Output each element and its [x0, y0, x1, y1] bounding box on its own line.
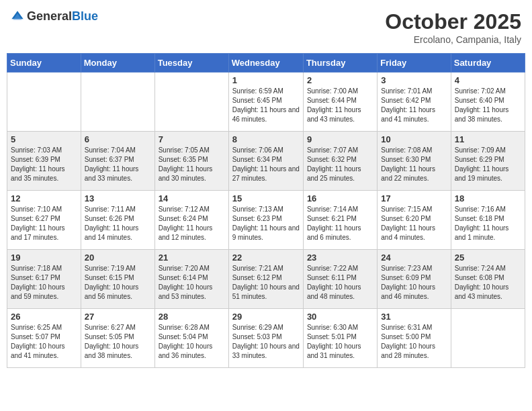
calendar-cell: 9Sunrise: 7:07 AM Sunset: 6:32 PM Daylig… — [303, 132, 377, 191]
calendar-cell: 20Sunrise: 7:19 AM Sunset: 6:15 PM Dayli… — [81, 250, 154, 309]
calendar-cell: 22Sunrise: 7:21 AM Sunset: 6:12 PM Dayli… — [228, 250, 303, 309]
day-info: Sunrise: 7:15 AM Sunset: 6:20 PM Dayligh… — [381, 205, 447, 242]
day-info: Sunrise: 7:24 AM Sunset: 6:08 PM Dayligh… — [455, 264, 521, 302]
calendar-cell: 23Sunrise: 7:22 AM Sunset: 6:11 PM Dayli… — [303, 250, 377, 309]
calendar-cell: 17Sunrise: 7:15 AM Sunset: 6:20 PM Dayli… — [378, 191, 451, 250]
day-header-tuesday: Tuesday — [154, 54, 228, 73]
title-block: October 2025 Ercolano, Campania, Italy — [385, 9, 521, 45]
day-header-wednesday: Wednesday — [228, 54, 303, 73]
calendar-week-row: 1Sunrise: 6:59 AM Sunset: 6:45 PM Daylig… — [7, 73, 525, 132]
day-number: 5 — [11, 134, 77, 144]
day-number: 17 — [381, 193, 447, 203]
calendar-week-row: 26Sunrise: 6:25 AM Sunset: 5:07 PM Dayli… — [7, 309, 525, 368]
calendar-week-row: 19Sunrise: 7:18 AM Sunset: 6:17 PM Dayli… — [7, 250, 525, 309]
day-number: 31 — [381, 312, 447, 322]
month-year: October 2025 — [385, 9, 521, 34]
calendar-cell: 27Sunrise: 6:27 AM Sunset: 5:05 PM Dayli… — [81, 309, 154, 368]
calendar-cell: 2Sunrise: 7:00 AM Sunset: 6:44 PM Daylig… — [303, 73, 377, 132]
day-info: Sunrise: 7:19 AM Sunset: 6:15 PM Dayligh… — [85, 264, 151, 302]
logo-blue: Blue — [72, 9, 98, 23]
calendar-cell: 11Sunrise: 7:09 AM Sunset: 6:29 PM Dayli… — [451, 132, 525, 191]
calendar-header-row: SundayMondayTuesdayWednesdayThursdayFrid… — [7, 54, 525, 73]
location: Ercolano, Campania, Italy — [385, 34, 521, 45]
logo-icon — [11, 10, 24, 24]
calendar-cell: 8Sunrise: 7:06 AM Sunset: 6:34 PM Daylig… — [228, 132, 303, 191]
day-info: Sunrise: 7:04 AM Sunset: 6:37 PM Dayligh… — [85, 146, 151, 183]
day-header-thursday: Thursday — [303, 54, 377, 73]
day-number: 21 — [159, 253, 225, 263]
day-number: 25 — [455, 253, 521, 263]
calendar-cell — [154, 73, 228, 132]
day-info: Sunrise: 7:06 AM Sunset: 6:34 PM Dayligh… — [232, 146, 300, 183]
day-info: Sunrise: 7:05 AM Sunset: 6:35 PM Dayligh… — [159, 146, 225, 183]
day-info: Sunrise: 7:10 AM Sunset: 6:27 PM Dayligh… — [11, 205, 77, 242]
day-number: 13 — [85, 193, 151, 203]
logo: GeneralBlue — [11, 9, 98, 24]
day-number: 10 — [381, 134, 447, 144]
day-header-sunday: Sunday — [7, 54, 81, 73]
calendar-cell: 6Sunrise: 7:04 AM Sunset: 6:37 PM Daylig… — [81, 132, 154, 191]
day-number: 28 — [159, 312, 225, 322]
calendar-cell: 3Sunrise: 7:01 AM Sunset: 6:42 PM Daylig… — [378, 73, 451, 132]
day-number: 16 — [307, 193, 373, 203]
day-number: 18 — [455, 193, 521, 203]
calendar-cell: 21Sunrise: 7:20 AM Sunset: 6:14 PM Dayli… — [154, 250, 228, 309]
day-header-monday: Monday — [81, 54, 154, 73]
calendar-cell: 24Sunrise: 7:23 AM Sunset: 6:09 PM Dayli… — [378, 250, 451, 309]
day-info: Sunrise: 7:22 AM Sunset: 6:11 PM Dayligh… — [307, 264, 373, 302]
day-header-saturday: Saturday — [451, 54, 525, 73]
calendar-cell — [81, 73, 154, 132]
calendar-cell: 10Sunrise: 7:08 AM Sunset: 6:30 PM Dayli… — [378, 132, 451, 191]
calendar-cell: 12Sunrise: 7:10 AM Sunset: 6:27 PM Dayli… — [7, 191, 81, 250]
calendar-cell: 19Sunrise: 7:18 AM Sunset: 6:17 PM Dayli… — [7, 250, 81, 309]
day-info: Sunrise: 7:18 AM Sunset: 6:17 PM Dayligh… — [11, 264, 77, 302]
day-number: 27 — [85, 312, 151, 322]
day-number: 20 — [85, 253, 151, 263]
day-info: Sunrise: 6:29 AM Sunset: 5:03 PM Dayligh… — [232, 323, 300, 361]
day-number: 14 — [159, 193, 225, 203]
calendar-cell: 30Sunrise: 6:30 AM Sunset: 5:01 PM Dayli… — [303, 309, 377, 368]
day-number: 8 — [232, 134, 300, 144]
day-info: Sunrise: 7:03 AM Sunset: 6:39 PM Dayligh… — [11, 146, 77, 183]
page-header: GeneralBlue October 2025 Ercolano, Campa… — [7, 7, 525, 48]
day-number: 3 — [381, 75, 447, 85]
calendar-cell — [7, 73, 81, 132]
day-number: 23 — [307, 253, 373, 263]
day-number: 12 — [11, 193, 77, 203]
calendar-cell: 1Sunrise: 6:59 AM Sunset: 6:45 PM Daylig… — [228, 73, 303, 132]
day-info: Sunrise: 7:01 AM Sunset: 6:42 PM Dayligh… — [381, 87, 447, 124]
day-info: Sunrise: 7:13 AM Sunset: 6:23 PM Dayligh… — [232, 205, 300, 242]
day-info: Sunrise: 7:11 AM Sunset: 6:26 PM Dayligh… — [85, 205, 151, 242]
day-number: 9 — [307, 134, 373, 144]
calendar-cell: 5Sunrise: 7:03 AM Sunset: 6:39 PM Daylig… — [7, 132, 81, 191]
logo-general: General — [27, 9, 72, 23]
day-number: 6 — [85, 134, 151, 144]
day-number: 11 — [455, 134, 521, 144]
day-number: 4 — [455, 75, 521, 85]
calendar-table: SundayMondayTuesdayWednesdayThursdayFrid… — [7, 53, 525, 368]
calendar-cell: 4Sunrise: 7:02 AM Sunset: 6:40 PM Daylig… — [451, 73, 525, 132]
calendar-cell — [451, 309, 525, 368]
day-info: Sunrise: 7:08 AM Sunset: 6:30 PM Dayligh… — [381, 146, 447, 183]
day-info: Sunrise: 7:02 AM Sunset: 6:40 PM Dayligh… — [455, 87, 521, 124]
calendar-cell: 26Sunrise: 6:25 AM Sunset: 5:07 PM Dayli… — [7, 309, 81, 368]
day-number: 15 — [232, 193, 300, 203]
day-number: 2 — [307, 75, 373, 85]
calendar-cell: 16Sunrise: 7:14 AM Sunset: 6:21 PM Dayli… — [303, 191, 377, 250]
day-info: Sunrise: 6:31 AM Sunset: 5:00 PM Dayligh… — [381, 323, 447, 361]
day-number: 19 — [11, 253, 77, 263]
day-info: Sunrise: 6:27 AM Sunset: 5:05 PM Dayligh… — [85, 323, 151, 361]
day-info: Sunrise: 7:09 AM Sunset: 6:29 PM Dayligh… — [455, 146, 521, 183]
day-number: 29 — [232, 312, 300, 322]
calendar-cell: 29Sunrise: 6:29 AM Sunset: 5:03 PM Dayli… — [228, 309, 303, 368]
day-info: Sunrise: 6:25 AM Sunset: 5:07 PM Dayligh… — [11, 323, 77, 361]
day-info: Sunrise: 7:23 AM Sunset: 6:09 PM Dayligh… — [381, 264, 447, 302]
calendar-cell: 31Sunrise: 6:31 AM Sunset: 5:00 PM Dayli… — [378, 309, 451, 368]
day-header-friday: Friday — [378, 54, 451, 73]
day-info: Sunrise: 7:00 AM Sunset: 6:44 PM Dayligh… — [307, 87, 373, 124]
day-info: Sunrise: 7:07 AM Sunset: 6:32 PM Dayligh… — [307, 146, 373, 183]
day-number: 1 — [232, 75, 300, 85]
day-number: 24 — [381, 253, 447, 263]
calendar-cell: 14Sunrise: 7:12 AM Sunset: 6:24 PM Dayli… — [154, 191, 228, 250]
day-info: Sunrise: 7:16 AM Sunset: 6:18 PM Dayligh… — [455, 205, 521, 242]
